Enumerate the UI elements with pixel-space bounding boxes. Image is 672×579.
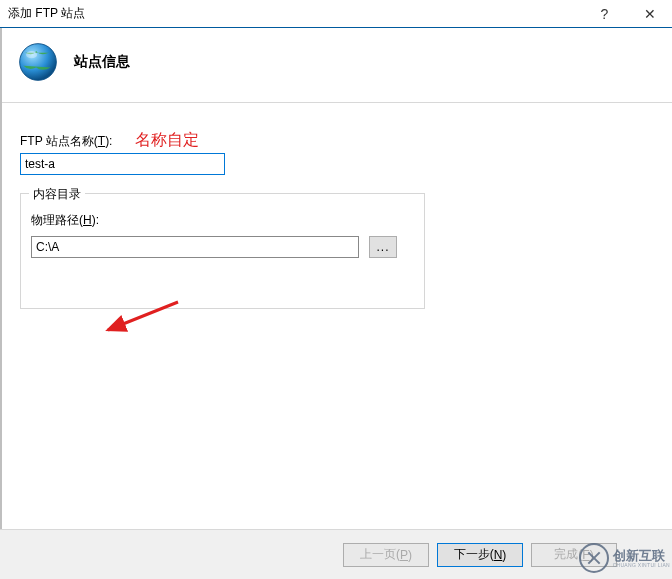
globe-icon	[16, 40, 60, 84]
wizard-content: 名称自定 FTP 站点名称(T): 内容目录 物理路径(H): ...	[0, 103, 672, 329]
next-button[interactable]: 下一步(N)	[437, 543, 523, 567]
watermark: 创新互联 CHUANG XINTUI LIAN	[579, 543, 670, 573]
help-button[interactable]: ?	[582, 0, 627, 28]
svg-point-1	[26, 51, 37, 58]
wizard-title: 站点信息	[74, 53, 130, 71]
annotation-text: 名称自定	[135, 130, 199, 151]
content-directory-legend: 内容目录	[29, 186, 85, 203]
physical-path-input[interactable]	[31, 236, 359, 258]
wizard-header: 站点信息	[0, 28, 672, 103]
titlebar: 添加 FTP 站点 ? ✕	[0, 0, 672, 28]
watermark-logo-icon	[579, 543, 609, 573]
watermark-subtext: CHUANG XINTUI LIAN	[613, 562, 670, 568]
close-button[interactable]: ✕	[627, 0, 672, 28]
site-name-input[interactable]	[20, 153, 225, 175]
site-name-row: FTP 站点名称(T):	[20, 133, 652, 175]
svg-point-0	[20, 44, 57, 81]
window-title: 添加 FTP 站点	[8, 5, 85, 22]
wizard-footer: 上一页(P) 下一步(N) 完成(F)	[0, 529, 672, 579]
prev-button: 上一页(P)	[343, 543, 429, 567]
watermark-text: 创新互联	[613, 549, 670, 562]
browse-button[interactable]: ...	[369, 236, 397, 258]
physical-path-label: 物理路径(H):	[31, 212, 99, 229]
content-directory-group: 内容目录 物理路径(H): ...	[20, 193, 425, 309]
site-name-label: FTP 站点名称(T):	[20, 133, 112, 150]
